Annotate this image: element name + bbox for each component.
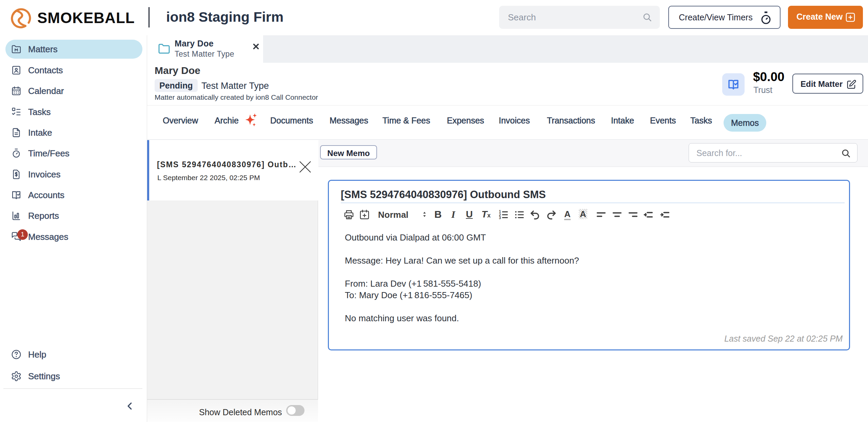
- svg-text:3: 3: [499, 216, 501, 220]
